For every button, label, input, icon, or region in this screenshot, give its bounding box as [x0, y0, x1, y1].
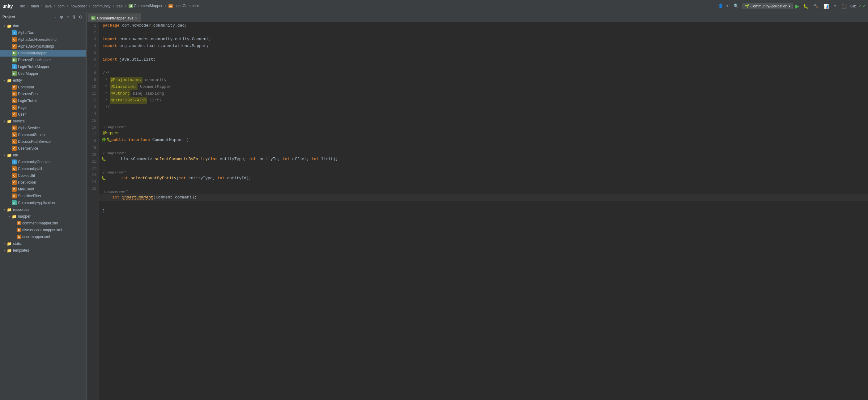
templatesArrow [2, 249, 6, 252]
breadcrumb-commentmapper[interactable]: MCommentMapper [129, 4, 163, 8]
code-line-19: 🐛 List<Comment> selectCommentsByEntity(i… [99, 156, 868, 163]
code-line-1: package com.nowcoder.community.dao; [99, 22, 868, 29]
run-button[interactable]: ▶ [795, 3, 799, 9]
sidebar-locate-btn[interactable]: ⊕ [59, 14, 64, 20]
mapper-folder-icon: 📁 [12, 214, 17, 219]
DiscussPostService-label: DiscussPostService [18, 140, 51, 144]
breadcrumb-nowcoder[interactable]: nowcoder [70, 4, 87, 8]
sidebar-item-CommunityConstant[interactable]: I CommunityConstant [0, 159, 86, 165]
line-19-hint: 2 usages new * [99, 150, 868, 156]
line-numbers: 12345 678910 1112131415 1617181920 21222… [87, 22, 99, 400]
breadcrumb-main[interactable]: main [31, 4, 39, 8]
breadcrumb-community[interactable]: community [92, 4, 111, 8]
sidebar-item-UserMapper[interactable]: M UserMapper [0, 70, 86, 77]
tab-close-icon[interactable]: ✕ [135, 16, 138, 21]
sidebar-header: Project ▾ ⊕ ≡ ⇅ ⚙ [0, 12, 86, 22]
code-editor[interactable]: 12345 678910 1112131415 1617181920 21222… [87, 22, 868, 400]
DiscussPost-icon: C [12, 92, 17, 96]
run-config-dropdown[interactable]: 🌱 CommunityApplication ▾ [743, 3, 793, 9]
sidebar-item-MailClient[interactable]: C MailClient [0, 186, 86, 192]
sidebar-item-static[interactable]: 📁 static [0, 240, 86, 247]
sidebar-item-Page[interactable]: C Page [0, 104, 86, 111]
UserService-label: UserService [18, 146, 38, 151]
code-line-6: import java.util.List; [99, 56, 868, 63]
static-label: static [13, 241, 22, 246]
topbar: unity › src › main › java › com › nowcod… [0, 0, 868, 12]
sidebar-item-comment-mapper-xml[interactable]: X comment-mapper.xml [0, 220, 86, 226]
UserMapper-label: UserMapper [18, 71, 38, 76]
editor-tab-CommentMapper[interactable]: M CommentMapper.java ✕ [88, 13, 141, 22]
sidebar-item-DiscussPost[interactable]: C DiscussPost [0, 91, 86, 97]
topbar-actions: 👤 ▾ 🔍 🌱 CommunityApplication ▾ ▶ 🐛 🔨 📊 ▾… [717, 3, 866, 9]
sidebar-item-SensitiveFilter[interactable]: C SensitiveFilter [0, 192, 86, 199]
sidebar-item-mapper-folder[interactable]: 📁 mapper [0, 213, 86, 220]
AlphaDaoMyb-label: AlphaDaoMybatisImpl [18, 44, 54, 49]
debug-button[interactable]: 🐛 [802, 3, 810, 9]
CommentService-icon: C [12, 132, 17, 137]
HostHolder-icon: C [12, 180, 17, 185]
more-run-options[interactable]: ▾ [833, 3, 837, 9]
breadcrumb-dao[interactable]: dao [117, 4, 123, 8]
sidebar-item-dao[interactable]: 📁 dao [0, 23, 86, 29]
sidebar-item-CommunityApplication[interactable]: A CommunityApplication [0, 199, 86, 206]
code-line-11: * @Author: Ding Jiaxiong [99, 90, 868, 97]
brand-logo: unity [2, 4, 13, 9]
util-label: util [13, 153, 18, 157]
code-line-24 [99, 201, 868, 208]
sidebar-item-util[interactable]: 📁 util [0, 152, 86, 159]
breadcrumb-java[interactable]: java [45, 4, 52, 8]
code-line-14 [99, 111, 868, 118]
sidebar-item-AlphaService[interactable]: C AlphaService [0, 125, 86, 131]
sidebar-item-Comment[interactable]: C Comment [0, 84, 86, 91]
sidebar-item-User[interactable]: C User [0, 111, 86, 118]
user-icon[interactable]: 👤 ▾ [717, 3, 730, 9]
tab-file-icon: M [91, 16, 95, 21]
sidebar-item-AlphaDaoHibernateImpl[interactable]: C AlphaDaoHibernateImpl [0, 36, 86, 43]
code-line-3: import com.nowcoder.community.entity.Com… [99, 36, 868, 43]
sidebar-item-user-mapper-xml[interactable]: X user-mapper.xml [0, 234, 86, 240]
sidebar-tree: 📁 dao I AlphaDao C AlphaDaoHibernateImpl… [0, 22, 86, 400]
sidebar-expand-btn[interactable]: ⇅ [71, 14, 77, 20]
coverage-button[interactable]: 📊 [822, 3, 830, 9]
code-line-21: 🐛 int selectCountByEntity(int entityType… [99, 175, 868, 182]
sidebar-item-CommentMapper[interactable]: M CommentMapper [0, 50, 86, 57]
UserService-icon: C [12, 146, 17, 151]
AlphaService-icon: C [12, 125, 17, 130]
sidebar-item-LoginTicketMapper[interactable]: I LoginTicketMapper [0, 63, 86, 70]
annotation-projectname: @Projectname: [110, 76, 142, 84]
CommunityUtil-label: CommunityUtil [18, 166, 42, 171]
MailClient-label: MailClient [18, 187, 34, 191]
sidebar-item-AlphaDao[interactable]: I AlphaDao [0, 29, 86, 36]
sidebar-item-UserService[interactable]: C UserService [0, 145, 86, 152]
stop-button[interactable]: ⬛ [840, 3, 848, 9]
sidebar-item-DiscussPostService[interactable]: C DiscussPostService [0, 138, 86, 145]
mapperArrow [7, 215, 11, 218]
breadcrumb-src[interactable]: src [20, 4, 25, 8]
build-button[interactable]: 🔨 [812, 3, 820, 9]
bug-icon: 🐛 [106, 136, 111, 144]
sidebar-item-LoginTicket[interactable]: C LoginTicket [0, 97, 86, 104]
sidebar-item-templates[interactable]: 📁 templates [0, 247, 86, 254]
DiscussPostService-icon: C [12, 139, 17, 144]
sidebar-item-DiscussPostMapper[interactable]: M DiscussPostMapper [0, 57, 86, 63]
CommentMapper-icon: M [12, 51, 17, 56]
serviceArrow [2, 119, 6, 123]
AlphaService-label: AlphaService [18, 126, 40, 130]
sidebar-settings-btn[interactable]: ⚙ [78, 14, 84, 20]
sidebar-item-AlphaDaoMybatisImpl[interactable]: C AlphaDaoMybatisImpl [0, 43, 86, 50]
templates-icon: 📁 [7, 248, 12, 253]
sidebar-item-resources[interactable]: 📁 resources [0, 206, 86, 213]
sidebar-item-entity[interactable]: 📁 entity [0, 77, 86, 84]
breadcrumb-com[interactable]: com [58, 4, 65, 8]
User-icon: C [12, 112, 17, 117]
sidebar-item-service[interactable]: 📁 service [0, 118, 86, 125]
sidebar-item-HostHolder[interactable]: C HostHolder [0, 179, 86, 186]
sidebar-collapse-btn[interactable]: ≡ [65, 14, 70, 20]
sidebar-item-CookieUtil[interactable]: C CookieUtil [0, 172, 86, 179]
sidebar-item-discusspost-mapper-xml[interactable]: X discusspost-mapper.xml [0, 226, 86, 234]
sidebar-item-CommunityUtil[interactable]: C CommunityUtil [0, 165, 86, 172]
sidebar-item-CommentService[interactable]: C CommentService [0, 131, 86, 138]
breadcrumb-method[interactable]: minsertComment [168, 4, 199, 8]
SensitiveFilter-icon: C [12, 193, 17, 198]
search-icon[interactable]: 🔍 [732, 3, 740, 9]
